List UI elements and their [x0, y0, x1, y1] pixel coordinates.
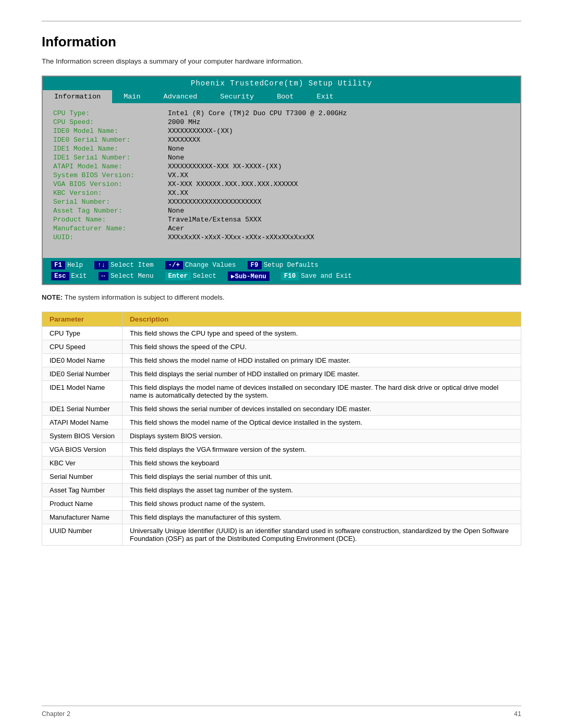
bios-footer-item: ↔Select Menu	[95, 270, 157, 282]
bios-nav-bar: InformationMainAdvancedSecurityBootExit	[43, 90, 520, 103]
bios-footer-item: EnterSelect	[162, 270, 220, 282]
table-row: ATAPI Model NameThis field shows the mod…	[42, 416, 521, 429]
bios-footer-label: Help	[67, 262, 83, 269]
table-row: VGA BIOS VersionThis field displays the …	[42, 443, 521, 456]
bios-footer: F1Help↑↓Select Item-/+Change ValuesF9Set…	[43, 258, 520, 284]
bios-footer-item: ▶Sub-Menu	[225, 270, 273, 282]
table-row: UUID NumberUniversally Unique Identifier…	[42, 524, 521, 546]
bios-row: KBC Version:XX.XX	[53, 189, 510, 197]
table-row: KBC VerThis field shows the keyboard	[42, 456, 521, 470]
bios-row: Product Name:TravelMate/Extensa 5XXX	[53, 216, 510, 224]
bios-value: XXXXXXXXXXX-XXX XX-XXXX-(XX)	[168, 163, 282, 170]
bios-label: CPU Type:	[53, 109, 168, 117]
bios-footer-label: Exit	[71, 273, 87, 280]
bios-row: Asset Tag Number:None	[53, 207, 510, 215]
bios-row: IDE0 Model Name:XXXXXXXXXXX-(XX)	[53, 127, 510, 135]
note-bold: NOTE:	[42, 293, 63, 301]
param-desc: This field displays the serial number of…	[123, 470, 521, 484]
bios-value: TravelMate/Extensa 5XXX	[168, 216, 261, 224]
param-desc: This field displays the serial number of…	[123, 367, 521, 381]
bios-footer-row1: F1Help↑↓Select Item-/+Change ValuesF9Set…	[48, 260, 355, 270]
bios-value: XXXXXXXXXXX-(XX)	[168, 127, 233, 135]
bios-footer-label: Select	[193, 273, 216, 280]
bios-value: XXXxXxXX-xXxX-XXxx-xXXx-xXXxXXxXxxXX	[168, 233, 314, 241]
bios-footer-label: Save and Exit	[301, 273, 352, 280]
bios-nav-item[interactable]: Main	[112, 90, 152, 103]
param-name: System BIOS Version	[42, 429, 123, 443]
bios-label: KBC Version:	[53, 189, 168, 197]
table-row: CPU TypeThis field shows the CPU type an…	[42, 327, 521, 340]
param-table: ParameterDescription CPU TypeThis field …	[42, 312, 521, 546]
table-row: Manufacturer NameThis field displays the…	[42, 511, 521, 524]
bios-label: Manufacturer Name:	[53, 225, 168, 232]
bios-label: Asset Tag Number:	[53, 207, 168, 215]
table-row: IDE1 Model NameThis field displays the m…	[42, 381, 521, 402]
bios-footer-key: F9	[248, 261, 262, 269]
bios-label: UUID:	[53, 233, 168, 241]
bottom-footer: Chapter 2 41	[42, 706, 521, 718]
bios-row: Manufacturer Name:Acer	[53, 225, 510, 232]
bios-footer-key: ▶Sub-Menu	[228, 272, 270, 281]
page-container: Information The Information screen displ…	[0, 0, 563, 728]
bios-label: Serial Number:	[53, 198, 168, 206]
param-name: ATAPI Model Name	[42, 416, 123, 429]
bios-label: CPU Speed:	[53, 118, 168, 126]
bios-footer-label: Select Menu	[111, 273, 154, 280]
bios-value: XX-XXX XXXXXX.XXX.XXX.XXX.XXXXXX	[168, 180, 298, 188]
bios-footer-item: F9Setup Defaults	[244, 260, 322, 270]
param-name: VGA BIOS Version	[42, 443, 123, 456]
param-name: Serial Number	[42, 470, 123, 484]
bios-row: System BIOS Version:VX.XX	[53, 171, 510, 179]
param-desc: This field displays the asset tag number…	[123, 484, 521, 497]
bios-row: IDE0 Serial Number:XXXXXXXX	[53, 136, 510, 144]
bios-content: CPU Type:Intel (R) Core (TM)2 Duo CPU T7…	[43, 103, 520, 258]
bios-row: ATAPI Model Name:XXXXXXXXXXX-XXX XX-XXXX…	[53, 163, 510, 170]
bios-footer-key: ↔	[99, 272, 109, 280]
bios-footer-key: -/+	[165, 261, 183, 269]
param-name: IDE1 Model Name	[42, 381, 123, 402]
bios-row: IDE1 Serial Number:None	[53, 154, 510, 162]
param-name: Asset Tag Number	[42, 484, 123, 497]
param-name: CPU Speed	[42, 340, 123, 354]
bios-title-bar: Phoenix TrustedCore(tm) Setup Utility	[43, 77, 520, 90]
table-row: System BIOS VersionDisplays system BIOS …	[42, 429, 521, 443]
bios-footer-label: Change Values	[185, 262, 236, 269]
param-name: KBC Ver	[42, 456, 123, 470]
bios-label: Product Name:	[53, 216, 168, 224]
table-row: IDE0 Serial NumberThis field displays th…	[42, 367, 521, 381]
param-desc: This field shows the serial number of de…	[123, 402, 521, 416]
bios-nav-item[interactable]: Exit	[305, 90, 345, 103]
note-body: The system information is subject to dif…	[63, 293, 224, 301]
table-row: Product NameThis field shows product nam…	[42, 497, 521, 511]
table-row: IDE1 Serial NumberThis field shows the s…	[42, 402, 521, 416]
table-header: Description	[123, 312, 521, 327]
bios-label: IDE0 Model Name:	[53, 127, 168, 135]
bios-row: UUID:XXXxXxXX-xXxX-XXxx-xXXx-xXXxXXxXxxX…	[53, 233, 510, 241]
param-name: Product Name	[42, 497, 123, 511]
bios-value: None	[168, 154, 184, 162]
bios-row: CPU Speed:2000 MHz	[53, 118, 510, 126]
bios-value: Acer	[168, 225, 184, 232]
bios-nav-item[interactable]: Security	[209, 90, 265, 103]
param-name: IDE0 Model Name	[42, 354, 123, 367]
param-name: CPU Type	[42, 327, 123, 340]
bios-footer-key: Esc	[51, 272, 69, 280]
bios-footer-item: F10Save and Exit	[278, 270, 355, 282]
bios-value: None	[168, 207, 184, 215]
bios-nav-item[interactable]: Advanced	[152, 90, 209, 103]
bios-nav-item[interactable]: Information	[43, 90, 112, 103]
bios-nav-item[interactable]: Boot	[265, 90, 305, 103]
bios-value: None	[168, 145, 184, 153]
table-row: Serial NumberThis field displays the ser…	[42, 470, 521, 484]
bios-value: 2000 MHz	[168, 118, 200, 126]
param-desc: This field shows the speed of the CPU.	[123, 340, 521, 354]
param-desc: This field shows the keyboard	[123, 456, 521, 470]
param-name: UUID Number	[42, 524, 123, 546]
param-desc: This field shows the model name of the O…	[123, 416, 521, 429]
param-name: IDE0 Serial Number	[42, 367, 123, 381]
bios-screen: Phoenix TrustedCore(tm) Setup Utility In…	[42, 76, 521, 285]
bios-value: Intel (R) Core (TM)2 Duo CPU T7300 @ 2.0…	[168, 109, 347, 117]
bios-value: XXXXXXXX	[168, 136, 200, 144]
param-desc: This field displays the model name of de…	[123, 381, 521, 402]
param-name: Manufacturer Name	[42, 511, 123, 524]
